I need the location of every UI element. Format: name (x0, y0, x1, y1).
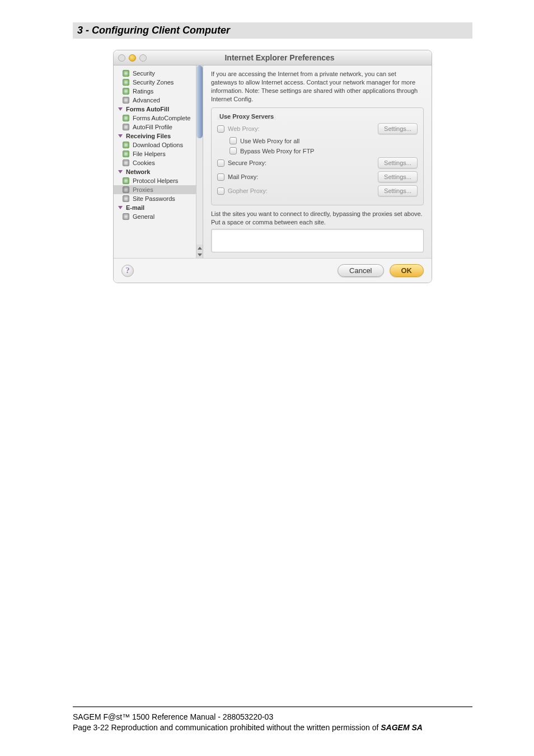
sidebar-item-label: Security (133, 70, 155, 77)
sidebar-item[interactable]: Security (114, 69, 203, 78)
window-title: Internet Explorer Preferences (154, 53, 427, 62)
sidebar-item-label: Site Passwords (133, 195, 175, 202)
gopher-proxy-settings-button[interactable]: Settings... (378, 185, 418, 196)
sidebar-scrollbar[interactable] (196, 65, 203, 258)
content-pane: If you are accessing the Internet from a… (203, 65, 432, 258)
sidebar-item[interactable]: Ratings (114, 87, 203, 96)
disclosure-triangle-icon (117, 133, 123, 139)
mail-proxy-label: Mail Proxy: (228, 173, 374, 180)
page-footer: SAGEM F@st™ 1500 Reference Manual - 2880… (73, 706, 472, 734)
sidebar-item-label: Cookies (133, 159, 155, 166)
disclosure-triangle-icon (117, 169, 123, 175)
sidebar-item[interactable]: Security Zones (114, 78, 203, 87)
secure-proxy-checkbox[interactable] (217, 159, 224, 167)
sidebar-item-icon (123, 195, 129, 202)
secure-proxy-settings-button[interactable]: Settings... (378, 157, 418, 168)
window-controls (118, 54, 147, 62)
footer-line-2: Page 3-22 Reproduction and communication… (73, 722, 472, 734)
sidebar-item[interactable]: Download Options (114, 140, 203, 149)
sidebar-item-icon (123, 79, 129, 86)
sidebar-category[interactable]: Network (114, 167, 203, 176)
disclosure-triangle-icon (117, 106, 123, 112)
scroll-down[interactable] (196, 251, 203, 258)
sidebar-item-icon (123, 124, 129, 130)
use-for-all-row: Use Web Proxy for all (217, 137, 418, 144)
minimize-icon[interactable] (129, 54, 136, 62)
gopher-proxy-checkbox[interactable] (217, 187, 224, 195)
sidebar-category-label: Forms AutoFill (126, 106, 169, 112)
sidebar-item-label: General (133, 213, 154, 220)
bypass-textarea[interactable] (211, 229, 424, 252)
bypass-note: List the sites you want to connect to di… (211, 210, 424, 227)
help-button[interactable]: ? (121, 265, 134, 277)
sidebar-category-label: Receiving Files (126, 133, 171, 139)
dialog-footer: ? Cancel OK (114, 258, 432, 283)
use-for-all-label: Use Web Proxy for all (240, 138, 418, 144)
secure-proxy-label: Secure Proxy: (228, 159, 374, 166)
sidebar-item-icon (123, 151, 129, 157)
sidebar-item-icon (123, 186, 129, 193)
web-proxy-settings-button[interactable]: Settings... (378, 123, 418, 134)
sidebar-item-label: AutoFill Profile (133, 124, 172, 130)
sidebar-category-label: E-mail (126, 204, 144, 211)
screenshot-container: Internet Explorer Preferences SecuritySe… (73, 50, 472, 283)
sidebar-item-label: Proxies (133, 186, 153, 193)
zoom-icon[interactable] (139, 54, 147, 62)
intro-text: If you are accessing the Internet from a… (211, 70, 424, 103)
scroll-thumb[interactable] (196, 65, 203, 138)
sidebar-item-label: Security Zones (133, 79, 174, 86)
web-proxy-checkbox[interactable] (217, 125, 224, 133)
section-heading: 3 - Configuring Client Computer (77, 25, 468, 36)
cancel-button[interactable]: Cancel (338, 264, 383, 277)
sidebar-item-icon (123, 213, 129, 220)
sidebar-item[interactable]: Protocol Helpers (114, 176, 203, 185)
sidebar-item-label: Advanced (133, 97, 160, 104)
disclosure-triangle-icon (117, 205, 123, 211)
sidebar-item-icon (123, 115, 129, 121)
sidebar-item-label: Ratings (133, 88, 153, 95)
sidebar-item-icon (123, 177, 129, 184)
mail-proxy-checkbox[interactable] (217, 173, 224, 181)
mail-proxy-row: Mail Proxy: Settings... (217, 171, 418, 182)
scroll-up[interactable] (196, 245, 203, 251)
bypass-ftp-row: Bypass Web Proxy for FTP (217, 147, 418, 154)
web-proxy-label: Web Proxy: (228, 125, 374, 132)
fieldset-legend: Use Proxy Servers (217, 113, 276, 120)
sidebar-item-icon (123, 159, 129, 166)
close-icon[interactable] (118, 54, 125, 62)
sidebar-item-icon (123, 70, 129, 77)
sidebar-category[interactable]: Forms AutoFill (114, 105, 203, 114)
web-proxy-row: Web Proxy: Settings... (217, 123, 418, 134)
sidebar-category[interactable]: E-mail (114, 203, 203, 212)
sidebar-item-icon (123, 142, 129, 148)
sidebar-item[interactable]: AutoFill Profile (114, 123, 203, 132)
sidebar-item-label: File Helpers (133, 151, 166, 157)
gopher-proxy-label: Gopher Proxy: (228, 187, 374, 194)
sidebar: SecuritySecurity ZonesRatingsAdvancedFor… (114, 65, 203, 258)
mail-proxy-settings-button[interactable]: Settings... (378, 171, 418, 182)
sidebar-item[interactable]: Forms AutoComplete (114, 114, 203, 123)
use-for-all-checkbox[interactable] (229, 137, 237, 144)
sidebar-item-icon (123, 88, 129, 95)
sidebar-item[interactable]: File Helpers (114, 149, 203, 158)
sidebar-category[interactable]: Receiving Files (114, 132, 203, 140)
preferences-window: Internet Explorer Preferences SecuritySe… (113, 50, 432, 283)
secure-proxy-row: Secure Proxy: Settings... (217, 157, 418, 168)
section-heading-wrap: 3 - Configuring Client Computer (73, 22, 472, 39)
bypass-ftp-label: Bypass Web Proxy for FTP (240, 148, 418, 154)
proxy-fieldset: Use Proxy Servers Web Proxy: Settings...… (211, 107, 424, 205)
sidebar-item-label: Protocol Helpers (133, 177, 178, 184)
sidebar-item[interactable]: Site Passwords (114, 194, 203, 203)
sidebar-item[interactable]: General (114, 212, 203, 221)
sidebar-item-label: Download Options (133, 142, 183, 148)
sidebar-item-label: Forms AutoComplete (133, 115, 190, 121)
sidebar-category-label: Network (126, 168, 150, 175)
sidebar-item[interactable]: Advanced (114, 96, 203, 105)
titlebar: Internet Explorer Preferences (114, 50, 432, 65)
footer-line-1: SAGEM F@st™ 1500 Reference Manual - 2880… (73, 712, 472, 723)
ok-button[interactable]: OK (390, 264, 424, 277)
gopher-proxy-row: Gopher Proxy: Settings... (217, 185, 418, 196)
bypass-ftp-checkbox[interactable] (229, 147, 237, 154)
sidebar-item[interactable]: Proxies (114, 185, 203, 194)
sidebar-item[interactable]: Cookies (114, 158, 203, 167)
